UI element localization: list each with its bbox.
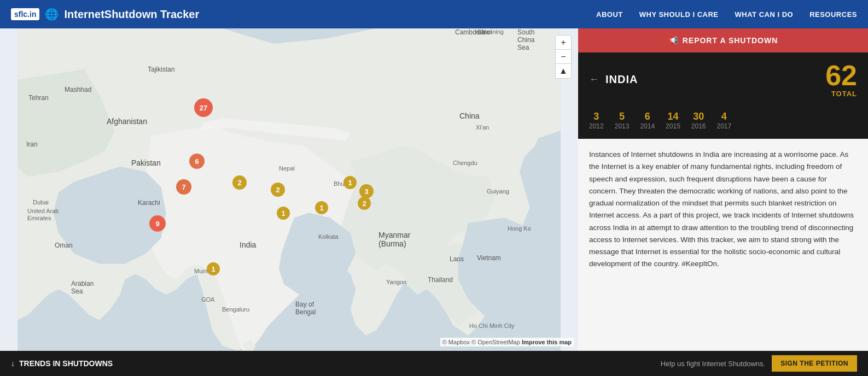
zoom-in-button[interactable]: + [556,36,571,50]
nav-resources[interactable]: RESOURCES [809,10,857,19]
map-svg [0,28,578,351]
yearly-stats: 3 2012 5 2013 6 2014 14 2015 30 2016 4 2… [578,107,868,139]
improve-map-link[interactable]: Improve this map [522,339,572,345]
stat-2012: 3 2012 [589,111,604,130]
help-text: Help us fight Internet Shutdowns. [661,360,766,368]
marker-2b[interactable]: 2 [271,183,285,197]
map-area[interactable]: Tehran Mashhad Iran Afghanistan Tajikist… [0,28,578,351]
country-nav: ← INDIA [589,73,638,86]
map-controls: + − ▲ [555,35,572,79]
total-number: 62 [825,61,857,90]
stat-2015: 14 2015 [666,111,680,130]
country-description: Instances of Internet shutdowns in India… [578,139,868,351]
main-content: Tehran Mashhad Iran Afghanistan Tajikist… [0,28,868,351]
title-rest: Shutdown Tracker [104,8,199,20]
right-panel: 📢 REPORT A SHUTDOWN ← INDIA 62 TOTAL 3 2… [578,28,868,351]
map-attribution: © Mapbox © OpenStreetMap Improve this ma… [440,338,574,346]
compass-button[interactable]: ▲ [556,64,571,78]
header-left: sflc.in 🌐 InternetShutdown Tracker [11,8,199,21]
marker-2a[interactable]: 2 [232,175,247,190]
total-count: 62 TOTAL [825,61,857,98]
marker-27[interactable]: 27 [194,98,213,117]
back-arrow-button[interactable]: ← [589,74,599,85]
sflc-logo: sflc.in [11,8,39,20]
country-name: INDIA [605,73,638,86]
app-title: InternetShutdown Tracker [64,8,199,21]
marker-3[interactable]: 3 [359,184,374,198]
footer: ↓ TRENDS IN SHUTDOWNS Help us fight Inte… [0,351,868,376]
country-header: ← INDIA 62 TOTAL [578,52,868,107]
marker-2c[interactable]: 2 [358,197,371,210]
marker-1a[interactable]: 1 [277,207,290,220]
footer-right: Help us fight Internet Shutdowns. SIGN T… [661,355,857,372]
stat-2014: 6 2014 [640,111,655,130]
marker-1b[interactable]: 1 [315,201,328,214]
marker-9[interactable]: 9 [149,215,166,232]
report-label: REPORT A SHUTDOWN [683,36,778,45]
nav-why[interactable]: WHY SHOULD I CARE [639,10,719,19]
trends-link[interactable]: ↓ TRENDS IN SHUTDOWNS [11,359,113,368]
nav-about[interactable]: ABOUT [596,10,623,19]
globe-icon: 🌐 [45,8,59,21]
header: sflc.in 🌐 InternetShutdown Tracker ABOUT… [0,0,868,28]
title-bold: Internet [64,8,104,20]
report-icon: 📢 [668,36,678,45]
stat-2017: 4 2017 [717,111,732,130]
marker-6[interactable]: 6 [189,154,205,169]
marker-1d[interactable]: 1 [343,176,357,189]
stat-2013: 5 2013 [615,111,630,130]
marker-7[interactable]: 7 [176,179,191,195]
zoom-out-button[interactable]: − [556,50,571,64]
nav-what[interactable]: WHAT CAN I DO [735,10,794,19]
stat-2016: 30 2016 [691,111,706,130]
trends-label: TRENDS IN SHUTDOWNS [19,359,113,368]
report-shutdown-button[interactable]: 📢 REPORT A SHUTDOWN [578,28,868,52]
petition-button[interactable]: SIGN THE PETITION [772,355,857,372]
trends-arrow-icon: ↓ [11,359,15,368]
marker-1c[interactable]: 1 [207,262,220,275]
main-nav: ABOUT WHY SHOULD I CARE WHAT CAN I DO RE… [596,10,857,19]
